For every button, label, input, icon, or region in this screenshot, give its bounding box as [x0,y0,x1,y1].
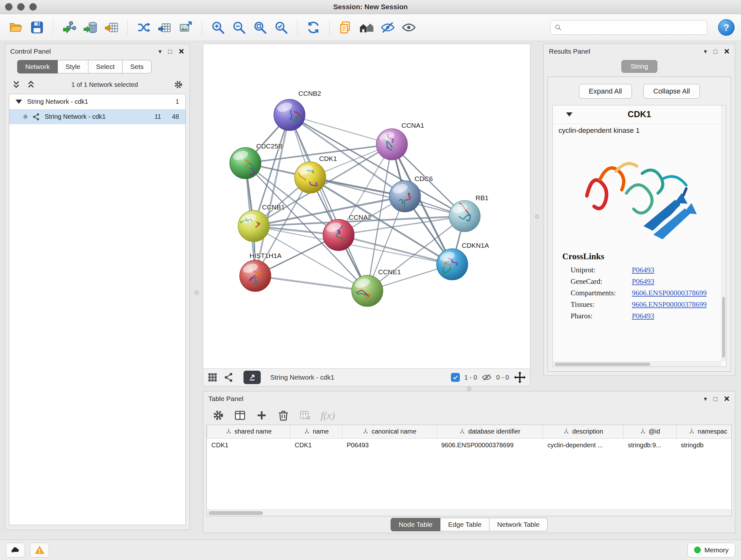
cell-namespace[interactable]: stringdb [677,438,732,452]
import-network-button[interactable] [60,18,79,37]
show-columns-icon[interactable] [234,409,246,422]
tab-style[interactable]: Style [58,60,88,73]
cell-database-identifier[interactable]: 9606.ENSP00000378699 [437,438,543,452]
column-header[interactable]: @id [623,425,677,438]
network-node-ccnb1[interactable] [238,210,269,242]
add-column-icon[interactable] [256,409,268,422]
expand-all-button[interactable]: Expand All [579,84,632,99]
left-splitter[interactable] [190,44,203,540]
expand-triangle-icon[interactable] [16,100,22,104]
table-settings-gear-icon[interactable] [212,409,224,422]
splitter-handle[interactable] [467,387,471,391]
import-network-from-database-button[interactable] [81,18,100,37]
memory-button[interactable]: Memory [687,543,735,557]
splitter-handle[interactable] [535,214,539,219]
network-edge[interactable] [289,115,367,291]
tab-select[interactable]: Select [88,60,123,73]
crosslink-uniprot[interactable]: P06493 [632,266,654,274]
selected-nodes-checkbox[interactable] [451,373,460,382]
table-horizontal-scrollbar[interactable] [207,509,731,516]
right-splitter[interactable] [530,44,543,386]
tab-network-table[interactable]: Network Table [489,518,548,531]
network-node-hist1h1a[interactable] [240,260,271,292]
panel-float-icon[interactable]: □ [714,48,718,55]
apply-layout-button[interactable] [304,18,323,37]
birdseye-grid-button[interactable] [207,372,218,383]
crosslink-pharos[interactable]: P06493 [632,312,654,320]
zoom-fit-button[interactable] [251,18,270,37]
horizontal-scrollbar[interactable] [553,361,721,367]
network-edge[interactable] [255,276,367,291]
collapse-triangle-icon[interactable] [566,112,572,117]
warnings-button[interactable] [30,543,49,557]
tab-network[interactable]: Network [17,60,58,73]
fit-content-button[interactable] [514,371,526,384]
panel-menu-icon[interactable]: ▾ [704,48,707,55]
network-node-ccne1[interactable] [352,275,383,307]
table-splitter[interactable] [203,386,735,391]
cloud-services-button[interactable] [6,543,25,557]
collapse-all-button[interactable]: Collapse All [643,84,700,99]
network-node-cdc25b[interactable] [230,147,261,179]
network-node-cdkn1a[interactable] [436,249,468,280]
network-overview-button[interactable] [223,372,234,383]
import-table-button[interactable] [102,18,121,37]
network-node-ccna2[interactable] [323,219,354,251]
tab-edge-table[interactable]: Edge Table [441,518,489,531]
gene-card-header[interactable]: CDK1 [553,105,726,124]
copy-button[interactable] [336,18,355,37]
cell-id[interactable]: stringdb:9... [623,438,677,452]
panel-close-icon[interactable]: ✕ [724,395,730,402]
splitter-handle[interactable] [194,291,199,295]
export-image-button[interactable] [176,18,195,37]
column-header[interactable]: description [543,425,623,438]
save-session-button[interactable] [27,18,47,37]
network-edge[interactable] [289,115,392,144]
network-node-cdk1[interactable] [294,162,326,193]
network-node-ccna1[interactable] [376,129,408,160]
network-row-selected[interactable]: String Network - cdk1 11 48 [9,109,185,124]
vertical-scrollbar[interactable] [721,105,726,361]
close-window-button[interactable] [5,3,12,10]
column-header[interactable]: database identifier [437,425,543,438]
tab-sets[interactable]: Sets [123,60,151,73]
scrollbar-thumb[interactable] [722,297,725,358]
minimize-window-button[interactable] [17,3,24,10]
new-network-button[interactable] [134,18,153,37]
panel-menu-icon[interactable]: ▾ [704,395,707,402]
tab-string[interactable]: String [621,60,657,73]
panel-close-icon[interactable]: ✕ [724,48,730,55]
crosslink-compartments[interactable]: 9606.ENSP00000378699 [632,289,707,297]
collapse-all-icon[interactable] [11,80,21,89]
table-row[interactable]: CDK1 CDK1 P06493 9606.ENSP00000378699 cy… [207,438,732,452]
network-canvas[interactable]: CCNB2CCNA1CDC25BCDK1CDC6RB1CCNB1CCNA2CDK… [203,44,530,369]
column-header[interactable]: name [290,425,342,438]
hide-selected-button[interactable] [378,18,397,37]
zoom-in-button[interactable] [208,18,227,37]
search-input[interactable] [565,23,703,31]
cell-description[interactable]: cyclin-dependent ... [543,438,623,452]
detach-view-button[interactable] [244,371,261,384]
show-all-button[interactable] [399,18,418,37]
column-header[interactable]: namespac [677,425,732,438]
maximize-window-button[interactable] [29,3,37,10]
new-network-from-table-button[interactable] [155,18,174,37]
first-neighbors-button[interactable] [357,18,376,37]
scrollbar-thumb[interactable] [209,511,263,515]
network-node-ccnb2[interactable] [274,99,305,131]
crosslink-tissues[interactable]: 9606.ENSP00000378699 [632,300,707,309]
cell-name[interactable]: CDK1 [290,438,342,452]
network-node-cdc6[interactable] [389,181,421,212]
column-header[interactable]: shared name [207,425,290,438]
panel-float-icon[interactable]: □ [168,48,172,55]
network-node-rb1[interactable] [449,200,480,232]
expand-all-icon[interactable] [26,80,36,89]
tab-node-table[interactable]: Node Table [391,518,441,531]
open-session-button[interactable] [6,18,25,37]
scrollbar-thumb[interactable] [555,363,650,366]
zoom-selected-button[interactable] [272,18,291,37]
delete-column-trash-icon[interactable] [277,409,289,422]
zoom-out-button[interactable] [229,18,249,37]
panel-close-icon[interactable]: ✕ [179,48,185,55]
gear-icon[interactable] [174,80,183,89]
